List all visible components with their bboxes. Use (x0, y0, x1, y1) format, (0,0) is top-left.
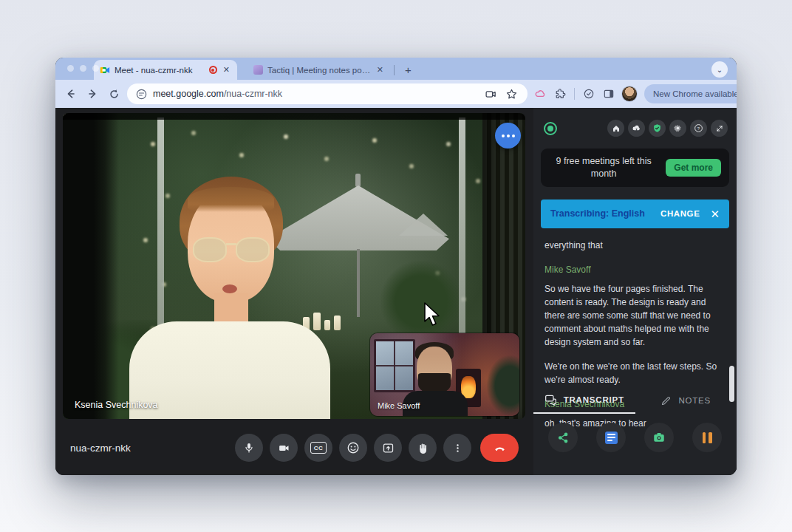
speaker-name: Mike Savoff (544, 263, 726, 276)
url-path: /nua-czmr-nkk (224, 89, 282, 99)
more-vert-icon (452, 443, 463, 454)
new-tab-button[interactable]: + (405, 64, 412, 80)
help-icon: ? (694, 123, 703, 133)
tactiq-pinned-button[interactable] (581, 86, 596, 101)
floating-chat-button[interactable] (495, 123, 521, 149)
window-traffic-lights[interactable] (67, 65, 99, 72)
get-more-button[interactable]: Get more (666, 159, 721, 177)
tab-strip: Meet - nua-czmr-nkk ✕ Tactiq | Meeting n… (55, 58, 737, 80)
participant-name-label: Mike Savoff (378, 401, 420, 410)
chrome-update-button[interactable]: New Chrome available (644, 84, 737, 103)
tab-transcript[interactable]: TRANSCRIPT (533, 387, 635, 414)
tab-title: Meet - nua-czmr-nkk (115, 66, 205, 75)
reload-icon (109, 89, 120, 100)
settings-button[interactable] (669, 120, 686, 137)
back-button[interactable] (63, 86, 79, 102)
circle-badge-icon (583, 88, 595, 100)
cloud-upload-icon (632, 123, 641, 133)
extensions-button[interactable] (553, 86, 567, 101)
tab-notes[interactable]: NOTES (635, 387, 737, 414)
sidebar-tabs: TRANSCRIPT NOTES (533, 387, 737, 414)
present-screen-button[interactable] (374, 434, 402, 462)
chrome-update-label: New Chrome available (653, 89, 737, 98)
raise-hand-button[interactable] (409, 434, 437, 462)
pip-video-tile[interactable]: Mike Savoff (370, 333, 519, 416)
profile-avatar[interactable] (621, 86, 638, 102)
speaker-hairline (188, 187, 274, 212)
url-domain: meet.google.com (153, 89, 224, 99)
camera-button[interactable] (270, 434, 298, 462)
meet-favicon-icon (100, 65, 110, 75)
back-arrow-icon (65, 88, 77, 100)
meet-control-bar: nua-czmr-nkk CC (55, 420, 533, 475)
reactions-button[interactable] (339, 434, 367, 462)
speaker-mouth (222, 284, 237, 293)
upload-button[interactable] (628, 120, 645, 137)
help-button[interactable]: ? (690, 120, 707, 137)
letterbox-top (63, 113, 525, 120)
pip-window (374, 339, 415, 392)
tab-close-icon[interactable]: ✕ (375, 65, 385, 75)
tab-notes-label: NOTES (678, 396, 711, 405)
sidebar-actions (533, 423, 737, 452)
camera-icon (652, 431, 666, 444)
main-video-tile: Ksenia Svechnikova Mike Savoff (63, 113, 525, 419)
pause-transcription-button[interactable] (692, 423, 722, 452)
tab-title: Tactiq | Meeting notes power (267, 66, 371, 75)
tab-transcript-label: TRANSCRIPT (564, 395, 624, 404)
more-options-button[interactable] (443, 434, 471, 462)
transcribing-label: Transcribing: English (550, 208, 645, 219)
site-settings-tune-icon (136, 89, 147, 100)
microphone-button[interactable] (235, 434, 263, 462)
doorway-shadow (63, 113, 119, 419)
videocam-icon (278, 442, 290, 454)
chat-icon (544, 395, 557, 406)
share-button[interactable] (548, 423, 578, 452)
extension-pink-button[interactable] (533, 86, 547, 101)
transcript-partial: everything that (544, 239, 726, 252)
resize-button[interactable] (711, 120, 728, 137)
speaker-shirt (129, 321, 330, 419)
browser-window: Meet - nua-czmr-nkk ✕ Tactiq | Meeting n… (55, 58, 737, 475)
side-panel-icon (603, 88, 615, 100)
tab-meet[interactable]: Meet - nua-czmr-nkk ✕ (94, 60, 237, 80)
screenshot-button[interactable] (644, 423, 674, 452)
mouse-cursor (423, 302, 443, 327)
bookmark-button[interactable] (504, 86, 519, 101)
side-panel-button[interactable] (601, 86, 616, 101)
present-icon (382, 442, 395, 454)
home-button[interactable] (607, 120, 624, 137)
umbrella-tip (355, 174, 361, 187)
google-docs-icon (605, 432, 618, 444)
gear-icon (673, 123, 683, 133)
tab-close-icon[interactable]: ✕ (222, 65, 231, 75)
quota-text: 9 free meetings left this month (549, 155, 658, 180)
page-content: Ksenia Svechnikova Mike Savoff (55, 108, 737, 475)
privacy-button[interactable] (649, 120, 666, 137)
browser-toolbar: meet.google.com/nua-czmr-nkk New Chrome … (55, 80, 737, 108)
reload-button[interactable] (106, 86, 122, 102)
tab-search-chevron-icon[interactable]: ⌄ (711, 61, 728, 78)
plant-right (380, 261, 462, 342)
change-language-button[interactable]: CHANGE (660, 209, 700, 218)
address-bar[interactable]: meet.google.com/nua-czmr-nkk (127, 83, 528, 104)
smiley-icon (346, 441, 360, 454)
camera-in-use-button[interactable] (483, 86, 498, 101)
pencil-icon (660, 395, 672, 406)
banner-close-icon[interactable]: ✕ (710, 208, 720, 219)
tab-tactiq[interactable]: Tactiq | Meeting notes power ✕ (248, 60, 391, 80)
videocam-icon (485, 88, 497, 100)
captions-button[interactable]: CC (304, 434, 332, 462)
forward-button[interactable] (84, 86, 100, 102)
captions-icon: CC (310, 442, 327, 454)
end-call-icon (493, 441, 507, 455)
meeting-code: nua-czmr-nkk (70, 443, 131, 454)
end-call-button[interactable] (480, 434, 519, 462)
export-to-docs-button[interactable] (596, 423, 626, 452)
tactiq-header: ? (533, 108, 737, 141)
tab-separator (394, 65, 395, 75)
candles (303, 313, 341, 330)
transcript-paragraph: We're on the we're on the last few steps… (544, 360, 726, 386)
tactiq-favicon-icon (253, 65, 263, 75)
star-icon (505, 88, 518, 100)
